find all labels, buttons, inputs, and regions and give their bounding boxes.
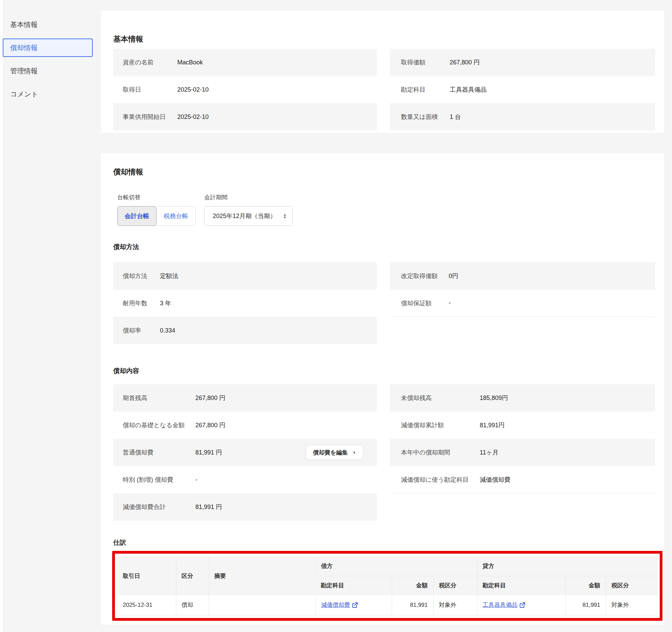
select-updown-icon: ▲ ▼ xyxy=(283,213,286,219)
accounting-period-label: 会計期間 xyxy=(204,194,227,201)
field-label: 勘定科目 xyxy=(401,86,450,94)
debit-account-link[interactable]: 減価償却費 xyxy=(321,601,358,609)
field-value: 267,800 円 xyxy=(195,421,225,429)
sidebar-item-management-info[interactable]: 管理情報 xyxy=(3,62,93,80)
credit-tax: 対象外 xyxy=(606,595,658,615)
field-row-depreciation-base-amount: 償却の基礎となる金額 267,800 円 xyxy=(113,412,377,439)
external-link-icon xyxy=(519,602,526,608)
field-row-guaranteed-amount: 償却保証額 - xyxy=(390,290,655,317)
col-group-debit: 借方 xyxy=(315,556,477,576)
ledger-switch-label: 台帳切替 xyxy=(117,194,140,201)
accounting-period-value: 2025年12月期（当期） xyxy=(213,212,283,220)
col-header-credit-amount: 金額 xyxy=(565,576,606,595)
journal-section-title: 仕訳 xyxy=(113,538,126,547)
basic-info-card: 基本情報 資産の名前 MacBook 取得日 2025-02-10 事業供用開始… xyxy=(101,11,664,133)
field-row-undepreciated-balance: 未償却残高 185,809円 xyxy=(390,384,655,412)
sidebar-item-label: 償却情報 xyxy=(10,43,38,52)
field-label: 耐用年数 xyxy=(123,299,160,307)
edit-depreciation-button-label: 償却費を編集 xyxy=(313,449,348,457)
field-row-acquired-date: 取得日 2025-02-10 xyxy=(113,76,377,103)
field-value: 81,991円 xyxy=(480,421,505,429)
sidebar-item-depreciation-info[interactable]: 償却情報 xyxy=(3,38,93,57)
field-value: 2025-02-10 xyxy=(177,86,209,93)
field-label: 償却方法 xyxy=(123,272,160,280)
field-label: 特別 (割増) 償却費 xyxy=(123,476,195,484)
field-row-service-start-date: 事業供用開始日 2025-02-10 xyxy=(113,103,377,130)
field-value: 81,991 円 xyxy=(195,503,222,511)
credit-account-link[interactable]: 工具器具備品 xyxy=(483,601,526,609)
basic-info-left-column: 資産の名前 MacBook 取得日 2025-02-10 事業供用開始日 202… xyxy=(113,49,377,130)
journal-table: 取引日 区分 摘要 借方 貸方 勘定科目 金額 税区分 勘定科目 金額 税区分 … xyxy=(117,556,658,615)
method-right-column: 改定取得価額 0円 償却保証額 - xyxy=(390,262,655,317)
field-row-revised-acquisition-cost: 改定取得価額 0円 xyxy=(390,262,655,290)
field-label: 償却保証額 xyxy=(401,299,449,307)
field-label: 減価償却費合計 xyxy=(123,503,195,511)
method-left-column: 償却方法 定額法 耐用年数 3 年 償却率 0.334 xyxy=(113,262,377,344)
field-label: 未償却残高 xyxy=(401,394,480,402)
field-label: 本年中の償却期間 xyxy=(401,448,480,457)
journal-type: 償却 xyxy=(176,595,209,615)
sidebar-item-basic-info[interactable]: 基本情報 xyxy=(3,15,93,34)
debit-tax: 対象外 xyxy=(433,595,477,615)
field-label: 償却率 xyxy=(123,326,160,335)
col-group-credit: 貸方 xyxy=(477,556,658,576)
edit-depreciation-button[interactable]: 償却費を編集 ▼ xyxy=(306,445,363,460)
sidebar-item-label: 基本情報 xyxy=(10,20,38,29)
sidebar-item-comments[interactable]: コメント xyxy=(3,85,93,103)
field-label: 償却の基礎となる金額 xyxy=(123,421,195,429)
field-value: - xyxy=(195,476,197,483)
sidebar: 基本情報 償却情報 管理情報 コメント xyxy=(3,0,98,632)
field-value: 267,800 円 xyxy=(195,394,225,402)
field-value: 減価償却費 xyxy=(480,476,510,484)
col-header-type: 区分 xyxy=(176,556,209,595)
field-value: 定額法 xyxy=(160,272,178,280)
field-row-depreciation-period: 本年中の償却期間 11ヶ月 xyxy=(390,439,655,466)
depreciation-card: 償却情報 台帳切替 会計期間 会計台帳 税務台帳 2025年12月期（当期） ▲… xyxy=(101,153,664,625)
col-header-credit-account: 勘定科目 xyxy=(477,576,565,595)
field-row-asset-name: 資産の名前 MacBook xyxy=(113,49,377,76)
sidebar-item-label: 管理情報 xyxy=(10,66,38,76)
external-link-icon xyxy=(352,602,358,608)
col-header-summary: 摘要 xyxy=(209,556,315,595)
field-row-account-item: 勘定科目 工具器具備品 xyxy=(390,76,655,103)
ledger-tab-label: 会計台帳 xyxy=(125,212,149,220)
field-label: 取得日 xyxy=(123,86,177,94)
detail-section-title: 償却内容 xyxy=(113,367,139,375)
basic-info-title: 基本情報 xyxy=(113,34,143,44)
field-value: 0円 xyxy=(449,272,458,280)
detail-right-column: 未償却残高 185,809円 減価償却累計額 81,991円 本年中の償却期間 … xyxy=(390,384,655,493)
field-row-ordinary-depreciation: 普通償却費 81,991 円 償却費を編集 ▼ xyxy=(113,439,377,466)
field-label: 減価償却累計額 xyxy=(401,421,480,429)
basic-info-right-column: 取得価額 267,800 円 勘定科目 工具器具備品 数量又は面積 1 台 xyxy=(390,49,655,130)
field-label: 普通償却費 xyxy=(123,448,195,457)
journal-table-row: 2025-12-31 償却 減価償却費 81,991 対象外 xyxy=(117,595,658,615)
field-value: 81,991 円 xyxy=(195,448,222,457)
col-header-debit-tax: 税区分 xyxy=(433,576,477,595)
field-row-acquisition-cost: 取得価額 267,800 円 xyxy=(390,49,655,76)
credit-amount: 81,991 xyxy=(565,595,606,615)
ledger-toggle: 会計台帳 税務台帳 xyxy=(117,206,196,226)
field-value: 185,809円 xyxy=(480,394,508,402)
field-value: 3 年 xyxy=(160,299,171,307)
debit-account-label: 減価償却費 xyxy=(321,601,350,609)
col-header-debit-amount: 金額 xyxy=(392,576,433,595)
col-header-credit-tax: 税区分 xyxy=(606,576,658,595)
field-row-quantity: 数量又は面積 1 台 xyxy=(390,103,655,130)
depreciation-title: 償却情報 xyxy=(113,167,143,177)
caret-down-icon: ▼ xyxy=(353,451,356,454)
field-label: 期首残高 xyxy=(123,394,195,402)
field-value: 工具器具備品 xyxy=(450,86,487,94)
field-value: 1 台 xyxy=(450,113,461,121)
field-row-opening-balance: 期首残高 267,800 円 xyxy=(113,384,377,412)
accounting-period-select[interactable]: 2025年12月期（当期） ▲ ▼ xyxy=(204,206,293,226)
field-value: 11ヶ月 xyxy=(480,448,498,457)
debit-amount: 81,991 xyxy=(392,595,433,615)
field-value: 2025-02-10 xyxy=(177,113,209,121)
field-label: 減価償却に使う勘定科目 xyxy=(401,476,480,484)
field-value: 0.334 xyxy=(160,327,175,334)
ledger-tab-accounting[interactable]: 会計台帳 xyxy=(117,206,156,226)
ledger-tab-tax[interactable]: 税務台帳 xyxy=(156,206,196,226)
journal-date: 2025-12-31 xyxy=(117,595,176,615)
field-row-depreciation-method: 償却方法 定額法 xyxy=(113,262,377,290)
method-section-title: 償却方法 xyxy=(113,243,139,251)
